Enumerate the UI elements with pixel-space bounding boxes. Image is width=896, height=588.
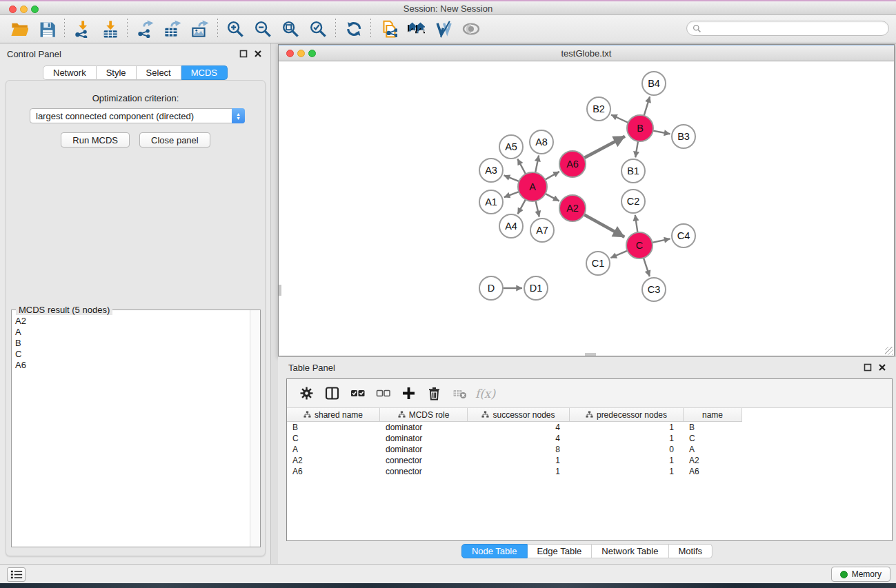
node-C1[interactable]: C1 [586,252,610,275]
duplicate-network-icon[interactable] [375,17,402,41]
edge-C-C1[interactable] [610,251,627,258]
canvas-vscroll-nub[interactable] [279,285,281,296]
edge-A-A7[interactable] [536,201,539,217]
node-C2[interactable]: C2 [621,190,645,213]
node-A5[interactable]: A5 [499,135,523,159]
column-header-predecessor-nodes[interactable]: predecessor nodes [570,408,684,422]
add-column-icon[interactable] [396,383,421,405]
home-view-icon[interactable] [402,17,430,41]
node-D[interactable]: D [479,276,503,300]
edge-B-B2[interactable] [611,115,628,123]
select-all-icon[interactable] [345,383,370,405]
edge-A-A3[interactable] [504,175,519,181]
delete-column-icon[interactable] [421,383,447,405]
edge-B-B3[interactable] [653,131,670,134]
search-input[interactable] [704,23,883,33]
close-panel-button[interactable]: Close panel [139,132,210,148]
result-item[interactable]: C [15,349,246,360]
toggle-column-panel-icon[interactable] [319,383,345,405]
import-table-icon[interactable] [96,17,123,41]
result-scrollbar[interactable] [250,310,260,547]
float-table-panel-icon[interactable] [864,363,872,372]
edge-C-C3[interactable] [644,258,650,276]
column-header-shared-name[interactable]: shared name [287,408,380,422]
export-network-icon[interactable] [131,17,159,41]
mcds-result-list[interactable]: A2ABCA6 [12,314,249,546]
task-history-button[interactable] [7,567,26,582]
export-table-icon[interactable] [159,17,186,41]
edge-A-A8[interactable] [535,156,539,173]
table-row[interactable]: A6connector11A6 [287,466,892,477]
show-details-eye-icon[interactable] [457,17,485,41]
zoom-fit-icon[interactable] [277,17,304,41]
node-B4[interactable]: B4 [642,72,666,95]
float-panel-icon[interactable] [239,50,248,58]
node-B[interactable]: B [627,115,653,141]
table-row[interactable]: Cdominator41C [287,433,892,444]
tab-edge-table[interactable]: Edge Table [527,544,592,558]
node-A[interactable]: A [518,172,547,201]
edge-A-A6[interactable] [545,172,559,180]
vizmapper-icon[interactable] [430,17,457,41]
edge-A-A2[interactable] [546,194,559,201]
tab-network-table[interactable]: Network Table [592,544,668,558]
window-resize-grip[interactable] [885,347,893,355]
edge-C-C4[interactable] [653,239,670,243]
edge-B-B1[interactable] [635,141,638,158]
column-header-successor-nodes[interactable]: successor nodes [468,408,570,422]
tab-style[interactable]: Style [97,65,137,80]
zoom-in-icon[interactable] [221,17,249,41]
node-B3[interactable]: B3 [672,125,695,148]
open-file-icon[interactable] [6,17,33,41]
node-A7[interactable]: A7 [530,219,554,242]
network-canvas[interactable]: B4B2BB3A8A5A6A3B1AA1C2A2A4A7C4CC1DD1C3 [279,61,894,356]
table-row[interactable]: A2connector11A2 [287,455,892,466]
edge-C-C2[interactable] [635,215,638,232]
node-B2[interactable]: B2 [587,97,610,121]
tab-select[interactable]: Select [137,65,181,80]
save-session-icon[interactable] [33,17,61,41]
memory-button[interactable]: Memory [831,567,890,582]
node-C4[interactable]: C4 [672,224,695,247]
node-A6[interactable]: A6 [559,151,586,177]
node-B1[interactable]: B1 [621,159,645,183]
deselect-all-icon[interactable] [370,383,396,405]
refresh-icon[interactable] [339,17,367,41]
column-header-name[interactable]: name [684,408,742,422]
edge-A-A1[interactable] [504,192,519,197]
canvas-hscroll-nub[interactable] [585,353,596,356]
edge-A2-C[interactable] [584,214,625,237]
column-header-MCDS-role[interactable]: MCDS role [380,408,468,422]
edge-A-A4[interactable] [518,199,526,214]
node-A3[interactable]: A3 [479,159,503,182]
run-mcds-button[interactable]: Run MCDS [61,132,130,148]
close-panel-icon[interactable] [254,50,262,58]
settings-gear-icon[interactable] [294,383,319,405]
edge-B-B4[interactable] [644,97,650,116]
edge-A-A5[interactable] [517,159,526,174]
result-item[interactable]: A2 [15,316,246,327]
table-row[interactable]: Adominator80A [287,444,892,455]
tab-mcds[interactable]: MCDS [181,65,228,80]
result-item[interactable]: B [15,338,246,349]
node-A2[interactable]: A2 [559,195,586,221]
node-A8[interactable]: A8 [530,130,553,154]
zoom-selected-icon[interactable] [304,17,332,41]
tab-node-table[interactable]: Node Table [461,544,528,558]
node-A4[interactable]: A4 [499,214,523,238]
node-D1[interactable]: D1 [524,276,548,300]
close-table-panel-icon[interactable] [878,363,886,372]
result-item[interactable]: A [15,327,246,338]
result-item[interactable]: A6 [15,360,246,371]
export-image-icon[interactable] [186,17,214,41]
import-network-icon[interactable] [68,17,96,41]
node-A1[interactable]: A1 [479,190,503,214]
tab-motifs[interactable]: Motifs [668,544,713,558]
edge-A6-B[interactable] [584,136,625,158]
zoom-out-icon[interactable] [249,17,277,41]
search-field[interactable] [686,21,889,36]
tab-network[interactable]: Network [43,65,97,80]
node-C[interactable]: C [626,232,653,258]
table-row[interactable]: Bdominator41B [287,422,892,433]
criterion-dropdown[interactable]: largest connected component (directed) ▲… [30,108,245,123]
